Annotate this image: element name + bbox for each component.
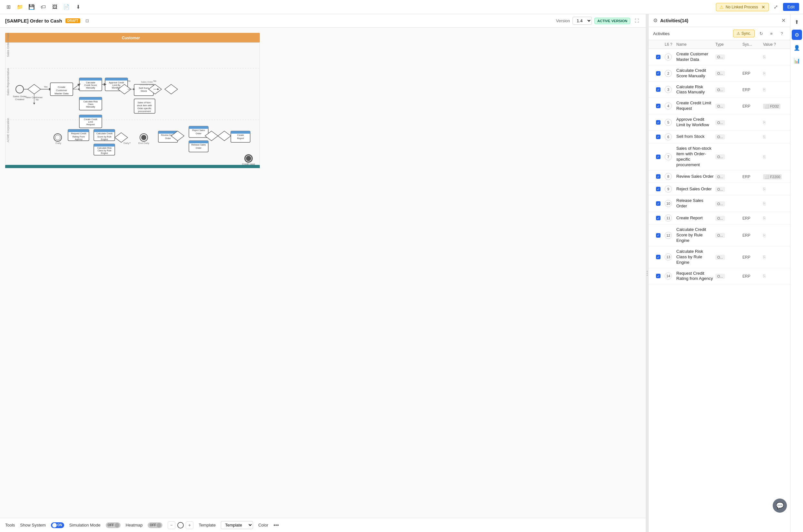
row-checkbox[interactable] bbox=[656, 71, 660, 76]
table-row[interactable]: 2 Calculate Credit Score Manually O... E… bbox=[649, 65, 790, 82]
svg-text:Daily?: Daily? bbox=[124, 142, 131, 145]
maximize-icon[interactable]: ⛶ bbox=[633, 17, 640, 25]
chat-button[interactable]: 💬 bbox=[773, 498, 787, 513]
activity-type: O... bbox=[715, 104, 741, 109]
sim-toggle-dot bbox=[115, 523, 119, 528]
copy-icon[interactable]: ⎘ bbox=[763, 54, 766, 60]
diagram-info-icon[interactable]: ⊡ bbox=[84, 17, 91, 25]
drag-handle[interactable] bbox=[646, 14, 648, 532]
more-options-icon[interactable]: ••• bbox=[273, 522, 279, 528]
o-badge[interactable]: O... bbox=[715, 274, 725, 279]
o-badge[interactable]: O... bbox=[715, 120, 725, 125]
row-checkbox[interactable] bbox=[656, 201, 660, 206]
row-checkbox[interactable] bbox=[656, 233, 660, 238]
table-row[interactable]: 6 Sell from Stock O... ⎘ bbox=[649, 131, 790, 143]
row-checkbox[interactable] bbox=[656, 174, 660, 179]
image-icon[interactable]: 🖼 bbox=[50, 3, 59, 12]
active-version-badge: ACTIVE VERSION bbox=[595, 18, 630, 24]
row-checkbox[interactable] bbox=[656, 187, 660, 191]
sidebar-activities-icon[interactable]: ⚙ bbox=[792, 30, 802, 40]
o-badge[interactable]: O... bbox=[715, 154, 725, 159]
show-system-toggle[interactable]: ON bbox=[51, 522, 64, 528]
o-badge[interactable]: O... bbox=[715, 216, 725, 221]
type-text: ERP bbox=[743, 104, 750, 109]
panel-close-button[interactable]: ✕ bbox=[781, 17, 786, 23]
copy-icon[interactable]: ⎘ bbox=[763, 201, 766, 206]
o-badge[interactable]: O... bbox=[715, 134, 725, 139]
copy-icon[interactable]: ⎘ bbox=[763, 134, 766, 139]
edit-button[interactable]: Edit bbox=[783, 3, 799, 11]
o-badge[interactable]: O... bbox=[715, 174, 725, 179]
refresh-icon[interactable]: ↻ bbox=[757, 30, 765, 37]
row-checkbox[interactable] bbox=[656, 216, 660, 220]
table-row[interactable]: 7 Sales of Non-stock item with Order-spe… bbox=[649, 143, 790, 171]
bookmark-icon[interactable]: 🏷 bbox=[39, 3, 48, 12]
copy-icon[interactable]: ⎘ bbox=[763, 254, 766, 260]
l6-help-icon[interactable]: ? bbox=[670, 42, 672, 47]
version-select[interactable]: 1.4 1.3 1.2 bbox=[572, 17, 592, 25]
template-select[interactable]: Template bbox=[221, 521, 253, 529]
home-icon[interactable]: ⊞ bbox=[4, 3, 13, 12]
row-checkbox[interactable] bbox=[656, 87, 660, 92]
download-icon[interactable]: ⬇ bbox=[73, 3, 83, 12]
o-badge[interactable]: O... bbox=[715, 187, 725, 192]
close-badge-icon[interactable]: ✕ bbox=[762, 4, 765, 10]
table-row[interactable]: 4 Create Credit Limit Request O... ERP ⬜… bbox=[649, 98, 790, 114]
table-row[interactable]: 5 Approve Credit Limit by Workflow O... … bbox=[649, 114, 790, 131]
zoom-reset-button[interactable] bbox=[177, 522, 184, 529]
o-badge[interactable]: O... bbox=[715, 255, 725, 260]
copy-icon[interactable]: ⎘ bbox=[763, 187, 766, 192]
value-help-icon[interactable]: ? bbox=[774, 42, 776, 47]
table-row[interactable]: 14 Request Credit Rating from Agency O..… bbox=[649, 268, 790, 285]
o-badge[interactable]: O... bbox=[715, 71, 725, 76]
row-checkbox[interactable] bbox=[656, 255, 660, 259]
save-icon[interactable]: 💾 bbox=[27, 3, 36, 12]
row-checkbox[interactable] bbox=[656, 274, 660, 278]
copy-icon[interactable]: ⎘ bbox=[763, 87, 766, 92]
copy-icon[interactable]: ⎘ bbox=[763, 233, 766, 238]
svg-text:Agency: Agency bbox=[75, 138, 83, 141]
copy-icon[interactable]: ⎘ bbox=[763, 215, 766, 221]
o-badge[interactable]: O... bbox=[715, 201, 725, 206]
sidebar-graph-icon[interactable]: 📊 bbox=[792, 55, 802, 66]
document-icon[interactable]: 📄 bbox=[62, 3, 71, 12]
svg-text:Report: Report bbox=[237, 137, 244, 140]
activity-type: O... bbox=[715, 216, 741, 221]
sidebar-icon-top[interactable]: ⬆ bbox=[792, 17, 802, 27]
svg-rect-21 bbox=[79, 78, 102, 80]
zoom-out-button[interactable]: － bbox=[168, 521, 175, 529]
table-row[interactable]: 1 Create Customer Master Data O... ⎘ bbox=[649, 49, 790, 65]
table-row[interactable]: 3 Calculate Risk Class Manually O... ERP… bbox=[649, 82, 790, 98]
row-checkbox[interactable] bbox=[656, 104, 660, 108]
table-row[interactable]: 10 Release Sales Order O... ⎘ bbox=[649, 195, 790, 212]
no-linked-process-badge[interactable]: ⚠ No Linked Process ✕ bbox=[716, 3, 769, 11]
copy-icon[interactable]: ⎘ bbox=[763, 120, 766, 125]
heatmap-toggle[interactable]: OFF bbox=[148, 522, 163, 528]
simulation-toggle[interactable]: OFF bbox=[106, 522, 121, 528]
table-row[interactable]: 13 Calculate Risk Class by Rule Engine O… bbox=[649, 246, 790, 268]
list-icon[interactable]: ≡ bbox=[768, 30, 775, 37]
row-checkbox[interactable] bbox=[656, 155, 660, 159]
table-row[interactable]: 9 Reject Sales Order O... ⎘ bbox=[649, 183, 790, 195]
diagram-canvas[interactable]: Customer Sales Order Created Sales Repre… bbox=[0, 28, 646, 518]
copy-icon[interactable]: ⎘ bbox=[763, 273, 766, 279]
sync-button[interactable]: ⚠ Sync. bbox=[733, 30, 755, 37]
o-badge[interactable]: O... bbox=[715, 54, 725, 60]
row-checkbox[interactable] bbox=[656, 135, 660, 139]
zoom-in-button[interactable]: ＋ bbox=[186, 521, 194, 529]
table-row[interactable]: 8 Review Sales Order O... ERP ⬜ F2200 bbox=[649, 170, 790, 183]
row-checkbox[interactable] bbox=[656, 120, 660, 125]
copy-icon[interactable]: ⎘ bbox=[763, 154, 766, 159]
table-row[interactable]: 11 Create Report O... ERP ⎘ bbox=[649, 212, 790, 225]
activity-type: O... bbox=[715, 87, 741, 92]
o-badge[interactable]: O... bbox=[715, 104, 725, 109]
row-checkbox[interactable] bbox=[656, 55, 660, 59]
folder-icon[interactable]: 📁 bbox=[16, 3, 24, 12]
sidebar-user-icon[interactable]: 👤 bbox=[792, 42, 802, 53]
help-icon[interactable]: ? bbox=[778, 30, 786, 37]
o-badge[interactable]: O... bbox=[715, 233, 725, 238]
expand-icon[interactable]: ⤢ bbox=[771, 3, 781, 12]
o-badge[interactable]: O... bbox=[715, 87, 725, 92]
table-row[interactable]: 12 Calculate Credit Score by Rule Engine… bbox=[649, 225, 790, 246]
copy-icon[interactable]: ⎘ bbox=[763, 71, 766, 76]
